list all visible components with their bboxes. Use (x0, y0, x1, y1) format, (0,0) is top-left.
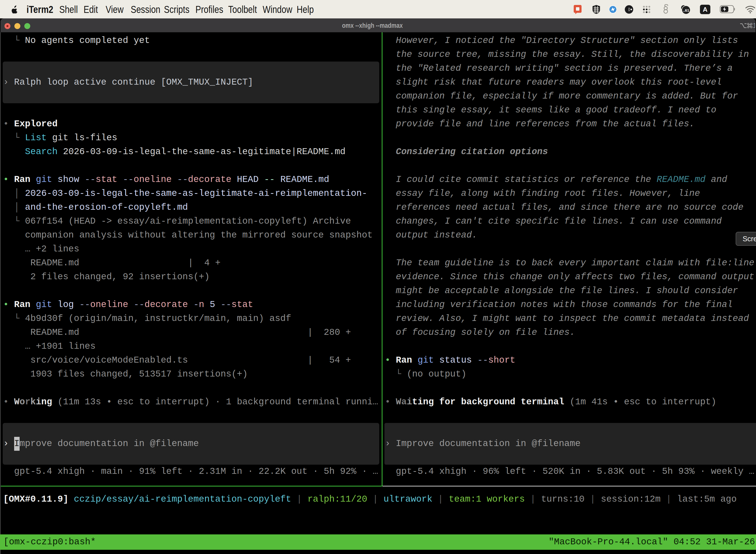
svg-text:..61: ..61 (683, 8, 689, 12)
svg-text:A: A (703, 6, 708, 13)
svg-text:1: 1 (753, 21, 755, 29)
